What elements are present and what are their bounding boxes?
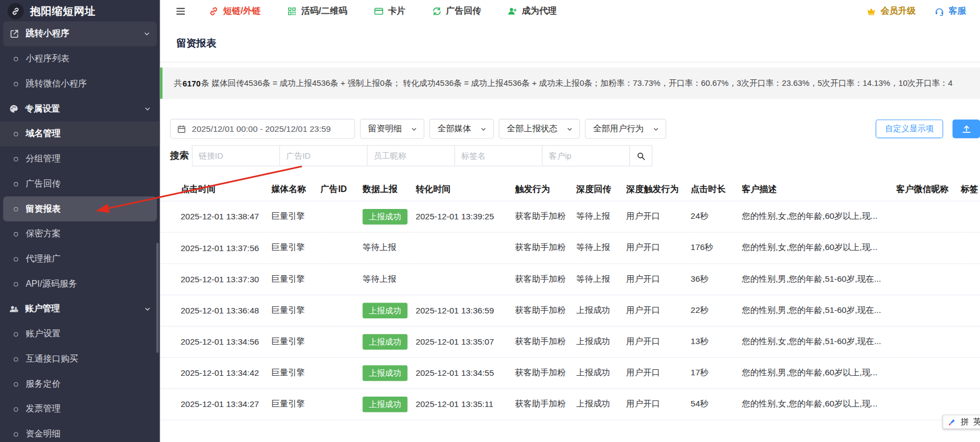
customer-service-label: 客服 [949, 5, 966, 17]
cell-duration: 24秒 [691, 201, 742, 232]
status-badge: 等待上报 [362, 242, 396, 254]
cell-wechat-nickname [896, 357, 961, 388]
sidebar-scrollbar-thumb[interactable] [156, 243, 159, 353]
nav-item[interactable]: 短链/外链 [209, 5, 261, 17]
qrcode-icon [287, 6, 297, 16]
status-badge: 上报成功 [362, 208, 407, 224]
cell-duration: 36秒 [691, 263, 742, 294]
customize-columns-button[interactable]: 自定义显示项 [876, 119, 943, 138]
report-table-container: 点击时间 媒体名称 广告ID 数据上报 转化时间 触发行为 [160, 178, 980, 442]
chevron-down-icon [144, 305, 151, 313]
nav-item-label: 广告回传 [446, 5, 481, 17]
sidebar-item[interactable]: 跳转微信小程序 [0, 71, 160, 96]
screenshot-root: 抱阳缩短网址 跳转小程序 小程序列表 [0, 0, 980, 442]
cell-wechat-nickname [896, 232, 961, 263]
search-input[interactable] [367, 145, 455, 166]
cell-wechat-nickname [896, 263, 961, 294]
circle-bullet-icon [14, 357, 18, 361]
search-button[interactable] [629, 145, 652, 166]
nav-item[interactable]: 活码/二维码 [287, 5, 348, 17]
cell-deep-report: 等待上报 [576, 232, 626, 263]
top-navbar: 短链/外链 活码/二维码 卡片 [160, 0, 980, 22]
sidebar-item[interactable]: 域名管理 [0, 121, 160, 147]
cell-tag [961, 263, 980, 294]
filter-select[interactable]: 留资明细 [360, 119, 425, 139]
cell-click-time: 2025-12-01 13:38:47 [160, 201, 272, 232]
filter-select[interactable]: 全部媒体 [430, 119, 494, 139]
search-input[interactable] [279, 145, 367, 166]
search-input[interactable] [454, 145, 542, 166]
column-header: 点击时长 [691, 178, 742, 201]
sidebar-item[interactable]: 发票管理 [0, 397, 160, 422]
cell-deep-trigger: 用户开口 [626, 201, 691, 232]
chevron-down-icon [653, 125, 660, 132]
sidebar-item[interactable]: 跳转小程序 [3, 21, 157, 46]
sidebar-item-label: 代理推广 [26, 253, 61, 265]
cell-customer-desc: 您的性别,女,您的年龄,60岁以上,现... [742, 232, 896, 263]
filter-select[interactable]: 全部用户行为 [585, 119, 666, 139]
nav-item-label: 成为代理 [522, 5, 557, 17]
cell-report-status: 上报成功 [362, 357, 415, 388]
customer-service-button[interactable]: 客服 [935, 5, 966, 17]
link-icon [8, 3, 24, 20]
nav-item[interactable]: 卡片 [374, 5, 406, 17]
sidebar-item[interactable]: 小程序列表 [0, 46, 160, 72]
cell-media-name: 巨量引擎 [271, 263, 320, 294]
sidebar-item[interactable]: 专属设置 [0, 96, 160, 121]
filter-select-value: 全部上报状态 [507, 123, 558, 135]
page-title: 留资报表 [176, 38, 216, 48]
cell-convert-time: 2025-12-01 13:35:11 [415, 388, 515, 420]
sidebar-item[interactable]: 账户管理 [0, 296, 160, 322]
cell-click-time: 2025-12-01 13:37:30 [160, 263, 272, 294]
sidebar-item[interactable]: 留资报表 [3, 196, 157, 222]
chevron-down-icon [480, 125, 487, 132]
sidebar-item[interactable]: 广告回传 [0, 171, 160, 196]
cell-trigger: 获客助手加粉 [515, 263, 576, 294]
cell-deep-trigger: 用户开口 [626, 263, 691, 294]
table-row: 2025-12-01 13:34:27 巨量引擎 上报成功 2025-12-01… [160, 388, 980, 420]
column-header: 触发行为 [515, 178, 576, 201]
sidebar-item-label: 保密方案 [26, 228, 61, 240]
cell-report-status: 上报成功 [362, 295, 415, 326]
table-row: 2025-12-01 13:38:47 巨量引擎 上报成功 2025-12-01… [160, 201, 980, 232]
circle-bullet-icon [14, 232, 18, 236]
sidebar-item[interactable]: 代理推广 [0, 247, 160, 272]
cell-ad-id [321, 388, 363, 420]
search-input[interactable] [192, 145, 280, 166]
sidebar-item[interactable]: 服务定价 [0, 371, 160, 397]
nav-item[interactable]: 广告回传 [432, 5, 481, 17]
chevron-down-icon [410, 125, 418, 132]
cell-report-status: 等待上报 [362, 232, 415, 263]
nav-item-label: 短链/外链 [223, 5, 260, 17]
sidebar-item[interactable]: 资金明细 [0, 422, 160, 442]
cell-convert-time [415, 263, 515, 294]
cell-convert-time: 2025-12-01 13:39:25 [415, 201, 515, 232]
cell-report-status: 上报成功 [362, 326, 415, 357]
sidebar-item-label: 服务定价 [26, 379, 61, 390]
upload-icon [961, 124, 971, 134]
calendar-icon [177, 124, 186, 133]
table-header-row: 点击时间 媒体名称 广告ID 数据上报 转化时间 触发行为 [160, 178, 980, 201]
cell-customer-desc: 您的性别,女,您的年龄,60岁以上,现... [742, 201, 896, 232]
filter-select[interactable]: 全部上报状态 [499, 119, 580, 139]
hamburger-icon[interactable] [175, 5, 186, 17]
sidebar-item[interactable]: 分组管理 [0, 147, 160, 172]
search-input[interactable] [542, 145, 630, 166]
ime-indicator[interactable]: 拼 英 [942, 415, 980, 429]
member-upgrade-button[interactable]: 会员升级 [866, 5, 916, 17]
nav-item[interactable]: 成为代理 [507, 5, 556, 17]
sidebar-item[interactable]: 账户设置 [0, 322, 160, 347]
date-range-input[interactable]: 2025/12/01 00:00 - 2025/12/01 23:59 [170, 119, 355, 139]
sidebar-item[interactable]: API/源码服务 [0, 271, 160, 296]
table-row: 2025-12-01 13:34:42 巨量引擎 上报成功 2025-12-01… [160, 357, 980, 388]
sidebar-item[interactable]: 保密方案 [0, 222, 160, 247]
cell-wechat-nickname [896, 295, 961, 326]
column-header: 数据上报 [362, 178, 415, 201]
app-title: 抱阳缩短网址 [30, 4, 96, 18]
export-button[interactable] [953, 119, 980, 138]
filter-bar: 2025/12/01 00:00 - 2025/12/01 23:59 留资明细… [170, 119, 980, 139]
cell-convert-time [415, 232, 515, 263]
sidebar-item-label: 跳转小程序 [26, 28, 69, 39]
cell-deep-report: 上报成功 [576, 388, 626, 420]
sidebar-item[interactable]: 互通接口购买 [0, 346, 160, 371]
